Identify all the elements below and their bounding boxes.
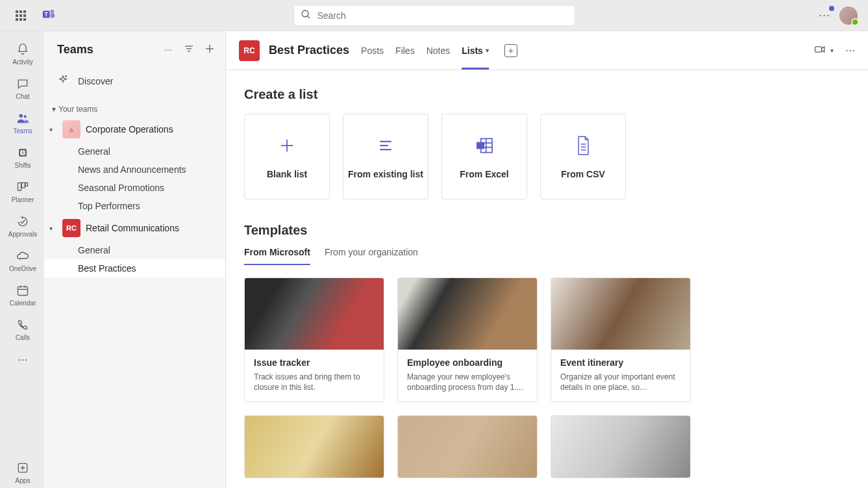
discover-button[interactable]: Discover [44,68,225,94]
create-list-heading: Create a list [244,87,850,102]
channel-seasonal-promotions[interactable]: Seasonal Promotions [44,179,225,197]
app-rail: Activity Chat Teams Shifts Planner Appro… [0,31,44,488]
planner-icon [16,179,29,195]
meet-button[interactable]: ▾ [813,43,834,58]
template-card-4[interactable] [244,415,384,478]
phone-icon [16,317,29,333]
rail-label: Approvals [8,231,37,238]
rail-planner[interactable]: Planner [0,174,44,207]
rail-onedrive[interactable]: OneDrive [0,243,44,276]
template-thumbnail [551,278,690,350]
rail-calendar[interactable]: Calendar [0,277,44,311]
create-from-existing-list[interactable]: From existing list [343,114,428,199]
template-card-5[interactable] [397,415,538,478]
create-from-csv[interactable]: From CSV [540,114,626,199]
people-icon [16,110,30,126]
rail-label: Activity [12,58,33,66]
channel-title: Best Practices [269,44,349,57]
tab-files[interactable]: Files [395,31,415,70]
rail-chat[interactable]: Chat [0,71,44,104]
svg-rect-12 [25,183,27,186]
template-employee-onboarding[interactable]: Employee onboarding Manage your new empl… [397,277,538,402]
teams-panel: Teams ··· Discover ▾ Your teams ▾ [44,31,226,488]
rail-label: Shifts [14,162,31,169]
caret-down-icon: ▾ [49,225,57,232]
rail-apps[interactable]: Apps [0,455,44,488]
approvals-icon [16,214,29,229]
app-launcher[interactable] [5,10,36,21]
channel-general-2[interactable]: General [44,241,225,259]
template-card-6[interactable] [551,415,691,478]
templates-heading: Templates [244,223,850,238]
rail-more[interactable]: ··· [0,346,44,372]
sparkle-icon [57,74,69,88]
caret-down-icon: ▾ [52,105,56,114]
channel-top-performers[interactable]: Top Performers [44,197,225,215]
panel-more-button[interactable]: ··· [158,39,179,60]
lists-content: Create a list Blank list From existing l… [226,70,868,488]
template-desc: Manage your new employee's onboarding pr… [407,372,528,392]
excel-icon: X [473,134,496,157]
team-retail-communications[interactable]: ▾ RC Retail Communications [44,215,225,241]
tab-notes[interactable]: Notes [427,31,451,70]
template-issue-tracker[interactable]: Issue tracker Track issues and bring the… [244,277,384,402]
template-thumbnail [398,416,537,478]
template-thumbnail [551,416,690,478]
team-corporate-operations[interactable]: ▾ Corporate Operations [44,116,225,142]
csv-icon [571,134,595,157]
template-tab-microsoft[interactable]: From Microsoft [244,247,310,265]
filter-icon [184,44,194,56]
channel-header: RC Best Practices Posts Files Notes List… [226,31,868,70]
template-title: Issue tracker [254,357,375,368]
discover-label: Discover [78,76,113,86]
section-label: Your teams [58,105,97,114]
create-blank-list[interactable]: Blank list [244,114,330,199]
presence-available-icon [851,18,859,26]
template-title: Event itinerary [560,357,681,368]
tab-posts[interactable]: Posts [361,31,384,70]
filter-button[interactable] [179,39,199,60]
channel-more-button[interactable]: ··· [845,44,855,57]
create-from-excel[interactable]: X From Excel [441,114,527,199]
more-icon: ··· [18,352,27,367]
svg-text:X: X [478,142,482,149]
rail-calls[interactable]: Calls [0,312,44,345]
panel-title: Teams [57,43,158,57]
template-tab-organization[interactable]: From your organization [325,247,418,265]
add-tab-button[interactable]: + [504,44,517,57]
plus-icon: + [508,45,514,56]
chevron-down-icon: ▾ [830,47,834,54]
chevron-down-icon: ▾ [486,47,489,54]
create-team-button[interactable] [199,39,220,60]
channel-news-announcements[interactable]: News and Announcements [44,161,225,179]
template-event-itinerary[interactable]: Event itinerary Organize all your import… [551,277,691,402]
search-box[interactable] [293,5,575,26]
channel-best-practices[interactable]: Best Practices [44,259,225,277]
rail-approvals[interactable]: Approvals [0,209,44,242]
rail-shifts[interactable]: Shifts [0,140,44,173]
rail-teams[interactable]: Teams [0,105,44,138]
settings-more-button[interactable]: ··· [819,8,830,22]
rail-activity[interactable]: Activity [0,36,44,70]
team-avatar-icon: RC [62,219,81,237]
svg-point-4 [302,10,308,17]
svg-rect-3 [51,13,55,18]
search-input[interactable] [317,10,568,21]
svg-rect-10 [18,183,21,190]
team-name: Corporate Operations [86,124,173,135]
card-label: From Excel [460,169,508,179]
svg-rect-26 [815,47,821,52]
user-avatar[interactable] [839,6,858,25]
template-thumbnail [398,278,537,350]
rail-label: Calls [16,334,30,341]
caret-down-icon: ▾ [49,126,57,133]
chat-icon [16,76,29,92]
template-thumbnail [245,278,384,350]
rail-label: Teams [13,127,32,135]
your-teams-section[interactable]: ▾ Your teams [44,94,225,116]
template-desc: Track issues and bring them to closure i… [254,372,375,392]
channel-avatar-icon: RC [239,40,260,61]
plus-icon [275,134,299,157]
channel-general[interactable]: General [44,142,225,161]
tab-lists[interactable]: Lists ▾ [462,31,489,70]
